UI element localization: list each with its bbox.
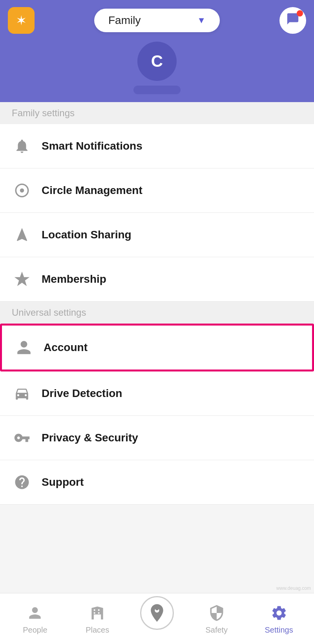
svg-point-1 (155, 607, 159, 610)
menu-item-support[interactable]: Support (0, 460, 314, 505)
nav-item-safety[interactable]: Safety (197, 603, 236, 635)
logo-button[interactable]: ✶ (8, 7, 35, 34)
chevron-down-icon: ▼ (197, 15, 206, 26)
nav-item-settings[interactable]: Settings (259, 603, 299, 635)
membership-icon (12, 269, 32, 289)
menu-item-account[interactable]: Account (0, 324, 314, 371)
menu-item-drive-detection[interactable]: Drive Detection (0, 371, 314, 416)
avatar-section: C (133, 42, 181, 94)
support-icon (12, 472, 32, 492)
people-nav-icon (25, 603, 45, 623)
logo-star-icon: ✶ (16, 13, 27, 28)
drive-detection-icon (12, 383, 32, 404)
smart-notifications-label: Smart Notifications (42, 140, 142, 152)
account-icon (14, 337, 34, 358)
settings-nav-label: Settings (265, 626, 293, 635)
header: ✶ Family ▼ C (0, 0, 314, 102)
account-label: Account (44, 341, 88, 354)
nav-item-driver[interactable] (140, 608, 174, 630)
circle-management-label: Circle Management (42, 184, 142, 197)
places-nav-icon (87, 603, 108, 623)
safety-nav-icon (206, 603, 227, 623)
membership-label: Membership (42, 273, 106, 285)
people-nav-label: People (23, 626, 47, 635)
driver-center-icon (140, 596, 174, 630)
chat-notification-badge (297, 10, 303, 16)
nav-item-places[interactable]: Places (78, 603, 117, 635)
chat-button[interactable] (279, 7, 306, 34)
family-dropdown[interactable]: Family ▼ (94, 9, 220, 32)
family-settings-header: Family settings (0, 102, 314, 124)
avatar: C (137, 42, 177, 81)
menu-item-membership[interactable]: Membership (0, 257, 314, 302)
settings-nav-icon (269, 603, 289, 623)
privacy-security-label: Privacy & Security (42, 432, 138, 444)
menu-item-circle-management[interactable]: Circle Management (0, 168, 314, 213)
location-sharing-label: Location Sharing (42, 229, 131, 241)
location-icon (12, 225, 32, 245)
circle-management-icon (12, 180, 32, 201)
bell-icon (12, 136, 32, 156)
svg-point-0 (20, 188, 24, 193)
support-label: Support (42, 476, 84, 488)
drive-detection-label: Drive Detection (42, 387, 122, 400)
header-top: ✶ Family ▼ (8, 0, 306, 38)
bottom-nav: People Places Safety (0, 593, 314, 644)
menu-item-privacy-security[interactable]: Privacy & Security (0, 416, 314, 460)
safety-nav-label: Safety (205, 626, 228, 635)
privacy-security-icon (12, 428, 32, 448)
nav-item-people[interactable]: People (15, 603, 55, 635)
menu-item-smart-notifications[interactable]: Smart Notifications (0, 124, 314, 168)
menu-item-location-sharing[interactable]: Location Sharing (0, 213, 314, 257)
family-dropdown-label: Family (108, 14, 141, 27)
universal-settings-header: Universal settings (0, 302, 314, 324)
watermark: www.deuag.com (276, 585, 311, 591)
avatar-name-placeholder (133, 86, 181, 94)
places-nav-label: Places (86, 626, 109, 635)
